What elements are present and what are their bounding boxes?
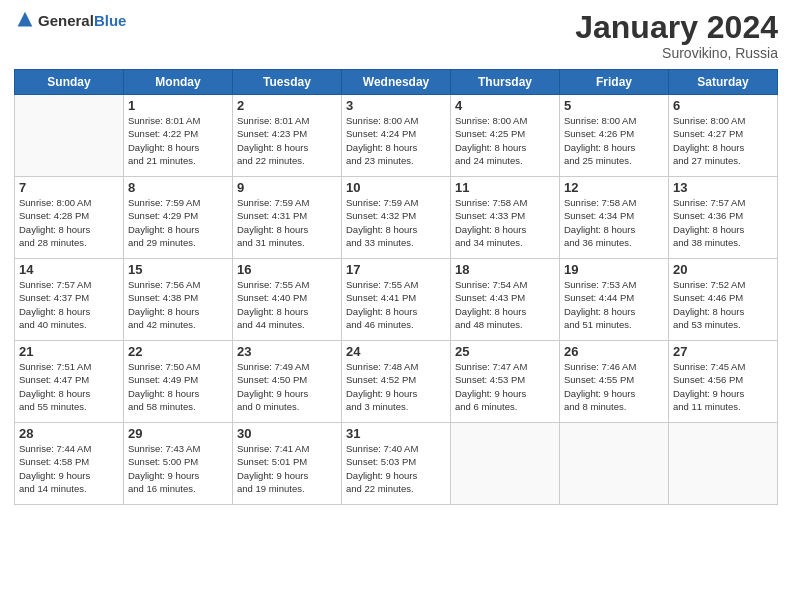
day-number: 11 xyxy=(455,180,555,195)
header: GeneralBlue January 2024 Surovikino, Rus… xyxy=(14,10,778,61)
calendar-week-row: 21Sunrise: 7:51 AM Sunset: 4:47 PM Dayli… xyxy=(15,341,778,423)
day-info: Sunrise: 7:53 AM Sunset: 4:44 PM Dayligh… xyxy=(564,278,664,331)
day-info: Sunrise: 7:46 AM Sunset: 4:55 PM Dayligh… xyxy=(564,360,664,413)
day-info: Sunrise: 7:49 AM Sunset: 4:50 PM Dayligh… xyxy=(237,360,337,413)
calendar-week-row: 14Sunrise: 7:57 AM Sunset: 4:37 PM Dayli… xyxy=(15,259,778,341)
day-number: 21 xyxy=(19,344,119,359)
day-info: Sunrise: 8:00 AM Sunset: 4:25 PM Dayligh… xyxy=(455,114,555,167)
calendar-day-header: Tuesday xyxy=(233,70,342,95)
day-info: Sunrise: 7:57 AM Sunset: 4:37 PM Dayligh… xyxy=(19,278,119,331)
calendar-header-row: SundayMondayTuesdayWednesdayThursdayFrid… xyxy=(15,70,778,95)
calendar-week-row: 7Sunrise: 8:00 AM Sunset: 4:28 PM Daylig… xyxy=(15,177,778,259)
day-number: 8 xyxy=(128,180,228,195)
day-number: 28 xyxy=(19,426,119,441)
day-number: 12 xyxy=(564,180,664,195)
day-number: 5 xyxy=(564,98,664,113)
calendar-cell: 18Sunrise: 7:54 AM Sunset: 4:43 PM Dayli… xyxy=(451,259,560,341)
calendar-cell: 12Sunrise: 7:58 AM Sunset: 4:34 PM Dayli… xyxy=(560,177,669,259)
day-number: 3 xyxy=(346,98,446,113)
day-info: Sunrise: 7:58 AM Sunset: 4:34 PM Dayligh… xyxy=(564,196,664,249)
calendar-cell: 14Sunrise: 7:57 AM Sunset: 4:37 PM Dayli… xyxy=(15,259,124,341)
calendar-cell: 15Sunrise: 7:56 AM Sunset: 4:38 PM Dayli… xyxy=(124,259,233,341)
calendar-cell: 17Sunrise: 7:55 AM Sunset: 4:41 PM Dayli… xyxy=(342,259,451,341)
calendar-cell: 30Sunrise: 7:41 AM Sunset: 5:01 PM Dayli… xyxy=(233,423,342,505)
calendar-cell xyxy=(560,423,669,505)
day-info: Sunrise: 8:00 AM Sunset: 4:28 PM Dayligh… xyxy=(19,196,119,249)
calendar-cell: 9Sunrise: 7:59 AM Sunset: 4:31 PM Daylig… xyxy=(233,177,342,259)
day-info: Sunrise: 7:47 AM Sunset: 4:53 PM Dayligh… xyxy=(455,360,555,413)
day-info: Sunrise: 7:45 AM Sunset: 4:56 PM Dayligh… xyxy=(673,360,773,413)
day-info: Sunrise: 7:48 AM Sunset: 4:52 PM Dayligh… xyxy=(346,360,446,413)
calendar-cell: 11Sunrise: 7:58 AM Sunset: 4:33 PM Dayli… xyxy=(451,177,560,259)
calendar-cell: 19Sunrise: 7:53 AM Sunset: 4:44 PM Dayli… xyxy=(560,259,669,341)
calendar-cell: 24Sunrise: 7:48 AM Sunset: 4:52 PM Dayli… xyxy=(342,341,451,423)
calendar-cell: 1Sunrise: 8:01 AM Sunset: 4:22 PM Daylig… xyxy=(124,95,233,177)
calendar-cell: 26Sunrise: 7:46 AM Sunset: 4:55 PM Dayli… xyxy=(560,341,669,423)
logo-icon xyxy=(14,10,36,32)
calendar-cell: 10Sunrise: 7:59 AM Sunset: 4:32 PM Dayli… xyxy=(342,177,451,259)
calendar-cell: 8Sunrise: 7:59 AM Sunset: 4:29 PM Daylig… xyxy=(124,177,233,259)
day-info: Sunrise: 8:00 AM Sunset: 4:27 PM Dayligh… xyxy=(673,114,773,167)
calendar-cell: 25Sunrise: 7:47 AM Sunset: 4:53 PM Dayli… xyxy=(451,341,560,423)
logo-blue: Blue xyxy=(94,12,127,29)
calendar-cell: 5Sunrise: 8:00 AM Sunset: 4:26 PM Daylig… xyxy=(560,95,669,177)
calendar-cell: 28Sunrise: 7:44 AM Sunset: 4:58 PM Dayli… xyxy=(15,423,124,505)
day-number: 24 xyxy=(346,344,446,359)
calendar-cell: 7Sunrise: 8:00 AM Sunset: 4:28 PM Daylig… xyxy=(15,177,124,259)
calendar-cell: 2Sunrise: 8:01 AM Sunset: 4:23 PM Daylig… xyxy=(233,95,342,177)
calendar-cell xyxy=(451,423,560,505)
day-number: 2 xyxy=(237,98,337,113)
calendar-week-row: 28Sunrise: 7:44 AM Sunset: 4:58 PM Dayli… xyxy=(15,423,778,505)
day-number: 4 xyxy=(455,98,555,113)
day-info: Sunrise: 7:52 AM Sunset: 4:46 PM Dayligh… xyxy=(673,278,773,331)
day-number: 23 xyxy=(237,344,337,359)
day-number: 27 xyxy=(673,344,773,359)
day-info: Sunrise: 7:55 AM Sunset: 4:40 PM Dayligh… xyxy=(237,278,337,331)
day-number: 20 xyxy=(673,262,773,277)
day-number: 13 xyxy=(673,180,773,195)
day-info: Sunrise: 7:43 AM Sunset: 5:00 PM Dayligh… xyxy=(128,442,228,495)
month-title: January 2024 xyxy=(575,10,778,45)
day-info: Sunrise: 7:58 AM Sunset: 4:33 PM Dayligh… xyxy=(455,196,555,249)
day-number: 17 xyxy=(346,262,446,277)
day-info: Sunrise: 7:44 AM Sunset: 4:58 PM Dayligh… xyxy=(19,442,119,495)
calendar-cell: 27Sunrise: 7:45 AM Sunset: 4:56 PM Dayli… xyxy=(669,341,778,423)
day-info: Sunrise: 7:51 AM Sunset: 4:47 PM Dayligh… xyxy=(19,360,119,413)
day-info: Sunrise: 7:57 AM Sunset: 4:36 PM Dayligh… xyxy=(673,196,773,249)
day-info: Sunrise: 8:01 AM Sunset: 4:22 PM Dayligh… xyxy=(128,114,228,167)
day-number: 16 xyxy=(237,262,337,277)
calendar-day-header: Saturday xyxy=(669,70,778,95)
calendar-cell: 29Sunrise: 7:43 AM Sunset: 5:00 PM Dayli… xyxy=(124,423,233,505)
day-number: 26 xyxy=(564,344,664,359)
calendar-cell: 20Sunrise: 7:52 AM Sunset: 4:46 PM Dayli… xyxy=(669,259,778,341)
day-info: Sunrise: 7:41 AM Sunset: 5:01 PM Dayligh… xyxy=(237,442,337,495)
calendar-cell: 23Sunrise: 7:49 AM Sunset: 4:50 PM Dayli… xyxy=(233,341,342,423)
calendar-week-row: 1Sunrise: 8:01 AM Sunset: 4:22 PM Daylig… xyxy=(15,95,778,177)
calendar-cell: 4Sunrise: 8:00 AM Sunset: 4:25 PM Daylig… xyxy=(451,95,560,177)
calendar-day-header: Wednesday xyxy=(342,70,451,95)
day-info: Sunrise: 7:54 AM Sunset: 4:43 PM Dayligh… xyxy=(455,278,555,331)
svg-marker-0 xyxy=(18,12,33,27)
day-number: 15 xyxy=(128,262,228,277)
location: Surovikino, Russia xyxy=(575,45,778,61)
calendar-cell: 3Sunrise: 8:00 AM Sunset: 4:24 PM Daylig… xyxy=(342,95,451,177)
calendar-day-header: Thursday xyxy=(451,70,560,95)
day-number: 9 xyxy=(237,180,337,195)
calendar-cell: 13Sunrise: 7:57 AM Sunset: 4:36 PM Dayli… xyxy=(669,177,778,259)
day-number: 18 xyxy=(455,262,555,277)
day-number: 29 xyxy=(128,426,228,441)
day-number: 30 xyxy=(237,426,337,441)
calendar-day-header: Monday xyxy=(124,70,233,95)
day-info: Sunrise: 7:56 AM Sunset: 4:38 PM Dayligh… xyxy=(128,278,228,331)
day-number: 22 xyxy=(128,344,228,359)
calendar-day-header: Friday xyxy=(560,70,669,95)
calendar-cell: 16Sunrise: 7:55 AM Sunset: 4:40 PM Dayli… xyxy=(233,259,342,341)
day-info: Sunrise: 8:00 AM Sunset: 4:24 PM Dayligh… xyxy=(346,114,446,167)
logo-general: General xyxy=(38,12,94,29)
day-number: 19 xyxy=(564,262,664,277)
calendar-cell: 21Sunrise: 7:51 AM Sunset: 4:47 PM Dayli… xyxy=(15,341,124,423)
logo: GeneralBlue xyxy=(14,10,126,32)
calendar-cell xyxy=(15,95,124,177)
page-container: GeneralBlue January 2024 Surovikino, Rus… xyxy=(0,0,792,612)
day-info: Sunrise: 7:59 AM Sunset: 4:32 PM Dayligh… xyxy=(346,196,446,249)
